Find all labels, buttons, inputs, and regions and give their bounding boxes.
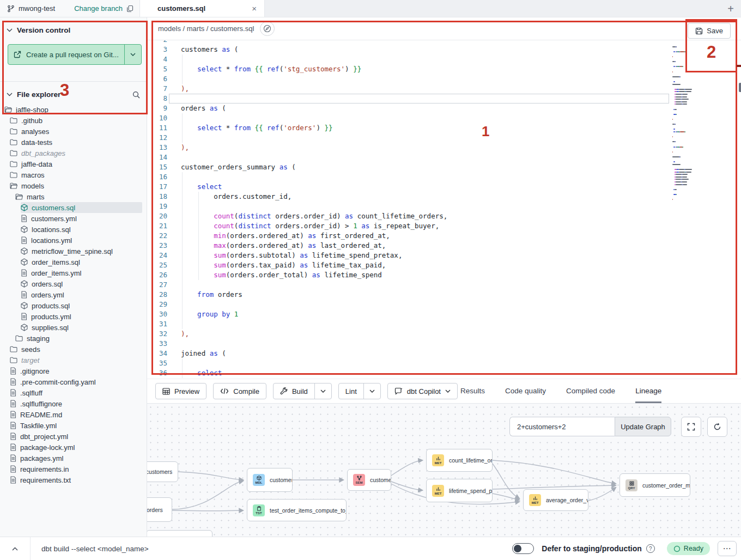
code-line[interactable]: 4 [147,54,741,64]
file-tree-item[interactable]: order_items.sql [21,257,142,267]
file-tree-item[interactable]: target [10,355,142,366]
new-tab-button[interactable]: + [727,3,734,14]
code-line[interactable]: 27 [147,280,741,290]
file-tree-item[interactable]: customers.sql [21,202,142,213]
lineage-node-customers[interactable]: SEMcustomers [347,469,391,491]
change-branch-link[interactable]: Change branch [74,4,123,13]
tab-lineage[interactable]: Lineage [635,379,661,403]
file-tree-item[interactable]: Taskfile.yml [10,420,142,431]
code-line[interactable]: 35 [147,358,741,368]
tab-code-quality[interactable]: Code quality [505,379,546,403]
file-tree-item[interactable]: requirements.in [10,464,142,474]
lineage-node-customers[interactable]: MDLcustomers [247,468,293,492]
lineage-node-count_lifetime_orders[interactable]: METcount_lifetime_orders [426,449,493,472]
file-tree-item[interactable]: data-tests [10,137,142,148]
version-control-header[interactable]: Version control [0,17,147,39]
file-tree-item[interactable]: package-lock.yml [10,442,142,453]
code-line[interactable]: 8 [147,94,741,104]
code-line[interactable]: 32), [147,329,741,339]
create-pr-caret[interactable] [124,45,141,64]
file-tree-item[interactable]: .pre-commit-config.yaml [10,376,142,387]
close-icon[interactable]: × [252,4,257,13]
copy-icon[interactable] [126,5,133,13]
file-tree-item[interactable]: metricflow_time_spine.sql [21,246,142,257]
create-pr-button[interactable]: Create a pull request on Git... [8,44,142,65]
code-line[interactable]: 7), [147,84,741,94]
code-line[interactable]: 3customers as ( [147,45,741,54]
help-icon[interactable]: ? [646,544,655,553]
code-line[interactable]: 28 from orders [147,290,741,300]
code-line[interactable]: 10 [147,113,741,123]
lint-button[interactable]: Lint [339,384,363,399]
code-line[interactable]: 31 [147,319,741,329]
compile-button[interactable]: Compile [213,383,266,399]
lineage-node-lifetime_spend_pretax[interactable]: METlifetime_spend_pretax [426,479,493,502]
file-tree-item[interactable]: order_items.yml [21,267,142,278]
build-button[interactable]: Build [274,384,314,399]
code-line[interactable]: 19 [147,202,741,211]
dbt-command-input[interactable]: dbt build --select <model_name> [41,545,512,553]
file-tree-item[interactable]: orders.yml [21,289,142,300]
file-tree-item[interactable]: dbt_project.yml [10,431,142,442]
file-tree-item[interactable]: dbt_packages [10,148,142,159]
dbt-copilot-button[interactable]: dbt Copilot [387,383,458,399]
lint-options-caret[interactable] [363,384,380,399]
lineage-node-test_order_items_compute[interactable]: TSTtest_order_items_compute_to_bools… [247,499,347,521]
expand-command-caret[interactable] [0,537,31,560]
tab-results[interactable]: Results [460,379,485,403]
file-tree-item[interactable]: macros [10,169,142,180]
code-line[interactable]: 30 group by 1 [147,309,741,319]
scrollbar-thumb[interactable] [739,83,741,92]
file-tree-item[interactable]: orders.sql [21,278,142,289]
file-tree-item[interactable]: jaffle-shop [4,104,142,115]
more-options-button[interactable]: ⋯ [718,541,737,556]
code-line[interactable]: 21 count(distinct orders.order_id) > 1 a… [147,221,741,231]
code-line[interactable]: 13), [147,143,741,153]
file-tree-item[interactable]: analyses [10,126,142,137]
code-line[interactable]: 12 [147,133,741,143]
file-tree-item[interactable]: .gitignore [10,366,142,376]
code-line[interactable]: 24 sum(orders.subtotal) as lifetime_spen… [147,251,741,260]
code-line[interactable]: 18 orders.customer_id, [147,192,741,202]
update-graph-button[interactable]: Update Graph [615,417,671,436]
code-line[interactable]: 6 [147,74,741,84]
code-line[interactable]: 25 sum(orders.tax_paid) as lifetime_tax_… [147,260,741,270]
file-tree-item[interactable]: .sqlfluff [10,387,142,398]
file-tree-item[interactable]: requirements.txt [10,474,142,485]
code-line[interactable]: 36 select [147,368,741,378]
file-tree-item[interactable]: customers.yml [21,213,142,224]
code-line[interactable]: 14 [147,153,741,162]
file-tree-item[interactable]: locations.sql [21,224,142,235]
tab-compiled-code[interactable]: Compiled code [566,379,615,403]
lineage-node-stg_customers[interactable]: stg_customers [147,461,178,482]
file-tree-item[interactable]: staging [15,333,142,344]
save-button[interactable]: Save [688,23,731,39]
lineage-node-orders[interactable]: orders [147,497,172,522]
file-tree-item[interactable]: marts [15,191,142,202]
code-line[interactable]: 34joined as ( [147,349,741,358]
file-tree-item[interactable]: products.sql [21,300,142,311]
lineage-node[interactable] [147,530,212,537]
code-line[interactable]: 5 select * from {{ ref('stg_customers') … [147,64,741,74]
preview-button[interactable]: Preview [155,383,206,399]
lineage-node-average_order_value[interactable]: METaverage_order_value [523,489,588,511]
minimap[interactable] [671,41,715,314]
code-line[interactable]: 22 min(orders.ordered_at) as first_order… [147,231,741,241]
file-tree-item[interactable]: locations.yml [21,235,142,246]
file-explorer-header[interactable]: File explorer [0,82,147,103]
file-tree-item[interactable]: jaffle-data [10,159,142,169]
code-line[interactable]: 17 select [147,182,741,192]
create-pr-main[interactable]: Create a pull request on Git... [8,45,124,64]
lineage-selector-input[interactable]: 2+customers+2 [509,417,615,436]
fullscreen-button[interactable] [681,417,701,437]
file-tree-item[interactable]: .github [10,115,142,126]
file-tree-item[interactable]: packages.yml [10,453,142,464]
code-line[interactable]: 16 [147,172,741,182]
file-tree-item[interactable]: products.yml [21,311,142,322]
code-line[interactable]: 11 select * from {{ ref('orders') }} [147,123,741,133]
code-line[interactable]: 29 [147,300,741,309]
file-tree-item[interactable]: seeds [10,344,142,355]
copilot-orb-button[interactable] [260,21,275,36]
code-line[interactable]: 33 [147,339,741,349]
lineage-node-customer_order_metrics[interactable]: QRYcustomer_order_metrics [619,473,690,497]
